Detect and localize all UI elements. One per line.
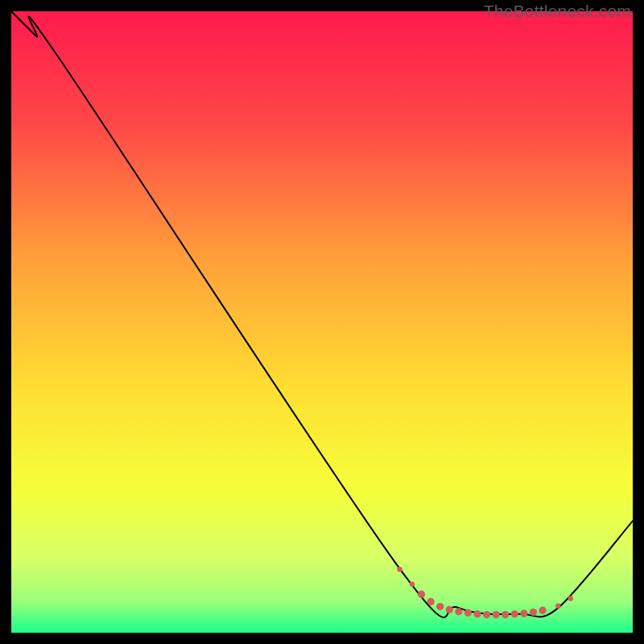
marker-point [473,610,481,617]
marker-point [455,608,462,615]
marker-point [464,609,472,617]
marker-point [483,611,490,618]
marker-point [397,567,402,572]
marker-point [446,606,453,613]
marker-point [520,609,527,617]
marker-point [418,591,425,598]
marker-point [436,603,444,610]
marker-point [410,582,415,587]
marker-point [427,598,435,605]
marker-point [530,609,537,616]
marker-point [502,611,509,618]
marker-point [539,607,546,614]
marker-point [555,604,560,609]
marker-point [493,611,500,618]
chart-background [11,11,633,633]
watermark-text: TheBottleneck.com [484,2,631,21]
marker-point [511,610,518,617]
chart-svg [11,11,633,633]
marker-point [568,596,573,601]
chart-plot-area [11,11,633,633]
